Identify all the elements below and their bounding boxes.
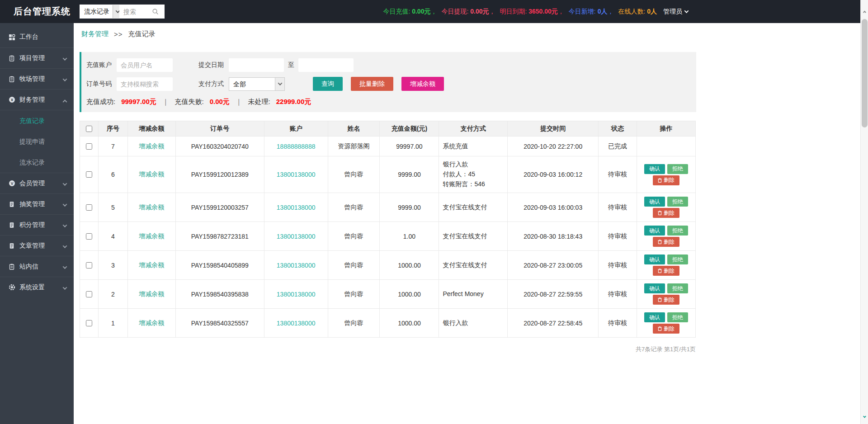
row-checkbox[interactable] [86, 233, 92, 240]
row-checkbox[interactable] [86, 204, 92, 211]
account-link[interactable]: 13800138000 [264, 193, 328, 222]
date-to-input[interactable] [298, 58, 354, 72]
column-header: 姓名 [328, 121, 380, 137]
sidebar-subitem-withdraw-requests[interactable]: 提现申请 [0, 131, 74, 152]
batch-delete-button[interactable]: 批量删除 [351, 77, 393, 91]
adjust-balance-link[interactable]: 增减余额 [127, 137, 175, 156]
admin-menu[interactable]: 管理员 [663, 8, 688, 16]
cell-amount: 99997.00 [380, 137, 439, 156]
confirm-button[interactable]: 确认 [644, 312, 665, 322]
query-button[interactable]: 查询 [313, 77, 343, 91]
breadcrumb-section[interactable]: 财务管理 [81, 30, 108, 38]
chevron-down-icon [63, 75, 66, 83]
table-row: 1 增减余额 PAY1598540325557 13800138000 曾向蓉 … [80, 309, 696, 338]
order-number-input[interactable] [117, 77, 173, 91]
scrollbar-thumb[interactable] [862, 19, 868, 127]
row-checkbox[interactable] [86, 320, 92, 326]
trash-icon [658, 178, 662, 183]
account-link[interactable]: 13800138000 [264, 156, 328, 193]
delete-button[interactable]: 删除 [653, 237, 679, 247]
cell-time: 2020-09-03 16:00:12 [508, 156, 599, 193]
submit-date-label: 提交日期 [198, 61, 224, 69]
cell-order-no: PAY1598782723181 [175, 222, 264, 251]
adjust-balance-link[interactable]: 增减余额 [127, 251, 175, 280]
account-link[interactable]: 13800138000 [264, 280, 328, 309]
delete-button[interactable]: 删除 [653, 175, 679, 185]
confirm-button[interactable]: 确认 [644, 164, 665, 174]
delete-button[interactable]: 删除 [653, 295, 679, 305]
cell-seq: 6 [98, 156, 127, 193]
cell-pay-method: 系统充值 [439, 137, 508, 156]
scroll-up-arrow-icon[interactable] [861, 6, 868, 15]
payment-method-select[interactable]: 全部 [229, 77, 285, 91]
cell-seq: 2 [98, 280, 127, 309]
adjust-balance-link[interactable]: 增减余额 [127, 222, 175, 251]
sidebar-subitem-recharge-records[interactable]: 充值记录 [0, 110, 74, 131]
sidebar-item-finance[interactable]: ¥ 财务管理 [0, 89, 74, 110]
reject-button[interactable]: 拒绝 [667, 283, 688, 293]
summary-success-label: 充值成功: [86, 98, 115, 106]
payment-method-label: 支付方式 [198, 80, 224, 88]
doc-icon [8, 242, 15, 250]
search-input[interactable] [119, 8, 152, 15]
sidebar-item-messages[interactable]: 站内信 [0, 256, 74, 277]
sidebar-item-pasture[interactable]: 牧场管理 [0, 68, 74, 89]
delete-button[interactable]: 删除 [653, 208, 679, 218]
row-checkbox[interactable] [86, 143, 92, 150]
cell-order-no: PAY1598540325557 [175, 309, 264, 338]
sidebar-item-workbench[interactable]: 工作台 [0, 27, 74, 47]
svg-text:V: V [10, 181, 13, 186]
cell-actions [637, 137, 695, 156]
select-all-checkbox[interactable] [86, 126, 92, 132]
column-header: 账户 [264, 121, 328, 137]
reject-button[interactable]: 拒绝 [667, 197, 688, 207]
sidebar-item-lottery[interactable]: 抽奖管理 [0, 193, 74, 214]
date-from-input[interactable] [229, 58, 284, 72]
cell-seq: 7 [98, 137, 127, 156]
reject-button[interactable]: 拒绝 [667, 164, 688, 174]
account-link[interactable]: 13800138000 [264, 309, 328, 338]
trash-icon [658, 269, 662, 273]
delete-button[interactable]: 删除 [653, 266, 679, 276]
sidebar-item-settings[interactable]: 系统设置 [0, 277, 74, 297]
sidebar-item-members[interactable]: V 会员管理 [0, 173, 74, 193]
search-icon[interactable] [152, 8, 159, 15]
account-link[interactable]: 18888888888 [264, 137, 328, 156]
adjust-balance-button[interactable]: 增减余额 [401, 77, 444, 91]
reject-button[interactable]: 拒绝 [667, 226, 688, 236]
account-link[interactable]: 13800138000 [264, 222, 328, 251]
payment-method-value: 全部 [229, 78, 275, 90]
vertical-scrollbar[interactable] [860, 0, 868, 424]
account-link[interactable]: 13800138000 [264, 251, 328, 280]
adjust-balance-link[interactable]: 增减余额 [127, 156, 175, 193]
adjust-balance-link[interactable]: 增减余额 [127, 193, 175, 222]
reject-button[interactable]: 拒绝 [667, 312, 688, 322]
confirm-button[interactable]: 确认 [644, 226, 665, 236]
sidebar-item-articles[interactable]: 文章管理 [0, 235, 74, 256]
confirm-button[interactable]: 确认 [644, 254, 665, 264]
cell-actions: 确认 拒绝 删除 [637, 251, 695, 280]
row-checkbox[interactable] [86, 171, 92, 178]
stat-new-today: 今日新增: 0人， [569, 8, 614, 16]
scroll-down-arrow-icon[interactable] [861, 412, 868, 421]
sidebar-item-points[interactable]: 积分管理 [0, 214, 74, 235]
row-checkbox[interactable] [86, 291, 92, 297]
confirm-button[interactable]: 确认 [644, 197, 665, 207]
table-row: 5 增减余额 PAY1599120003257 13800138000 曾向蓉 … [80, 193, 696, 222]
cell-order-no: PAY1603204020740 [175, 137, 264, 156]
row-checkbox[interactable] [86, 262, 92, 269]
stat-online-users: 在线人数: 0人 [618, 8, 657, 16]
reject-button[interactable]: 拒绝 [667, 254, 688, 264]
clipboard-icon [8, 263, 15, 270]
sidebar-item-projects[interactable]: 项目管理 [0, 47, 74, 68]
recharge-account-input[interactable] [117, 58, 173, 72]
cell-order-no: PAY1598540395838 [175, 280, 264, 309]
delete-button[interactable]: 删除 [653, 324, 679, 334]
adjust-balance-link[interactable]: 增减余额 [127, 309, 175, 338]
adjust-balance-link[interactable]: 增减余额 [127, 280, 175, 309]
module-select[interactable]: 流水记录 [80, 5, 123, 19]
sidebar-subitem-flow-records[interactable]: 流水记录 [0, 152, 74, 173]
confirm-button[interactable]: 确认 [644, 283, 665, 293]
member-icon: V [8, 180, 15, 187]
stat-today-recharge: 今日充值: 0.00元， [383, 8, 437, 16]
